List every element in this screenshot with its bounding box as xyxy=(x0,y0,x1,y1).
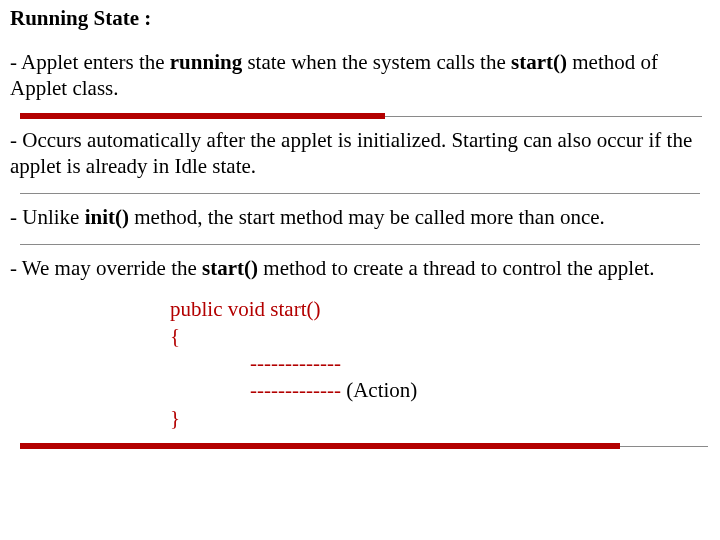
p1-bold-start: start() xyxy=(511,50,567,74)
p4-text-c: method to create a thread to control the… xyxy=(258,256,655,280)
code-line-2: { xyxy=(170,323,710,350)
paragraph-2: - Occurs automatically after the applet … xyxy=(10,127,710,180)
slide-title: Running State : xyxy=(10,6,710,31)
divider-2 xyxy=(20,193,700,194)
p4-text-a: - We may override the xyxy=(10,256,202,280)
p1-text-a: - Applet enters the xyxy=(10,50,170,74)
code-line-4-dashes: ------------- xyxy=(250,378,346,402)
paragraph-1: - Applet enters the running state when t… xyxy=(10,49,710,102)
slide: Running State : - Applet enters the runn… xyxy=(0,0,720,540)
divider-1-accent xyxy=(20,113,385,119)
p3-text-a: - Unlike xyxy=(10,205,85,229)
code-line-4-action: (Action) xyxy=(346,378,417,402)
divider-4-accent xyxy=(20,443,620,449)
p3-bold-init: init() xyxy=(85,205,129,229)
code-line-3: ------------- xyxy=(170,350,710,377)
paragraph-4: - We may override the start() method to … xyxy=(10,255,710,281)
code-line-5: } xyxy=(170,405,710,432)
divider-3 xyxy=(20,244,700,245)
p4-bold-start: start() xyxy=(202,256,258,280)
p1-text-c: state when the system calls the xyxy=(242,50,511,74)
divider-1-wrap xyxy=(20,116,702,117)
code-line-4: ------------- (Action) xyxy=(170,377,710,404)
code-block: public void start() { ------------- ----… xyxy=(170,296,710,432)
paragraph-3: - Unlike init() method, the start method… xyxy=(10,204,710,230)
divider-4-wrap xyxy=(20,446,702,447)
p3-text-c: method, the start method may be called m… xyxy=(129,205,605,229)
code-line-1: public void start() xyxy=(170,296,710,323)
p1-bold-running: running xyxy=(170,50,242,74)
